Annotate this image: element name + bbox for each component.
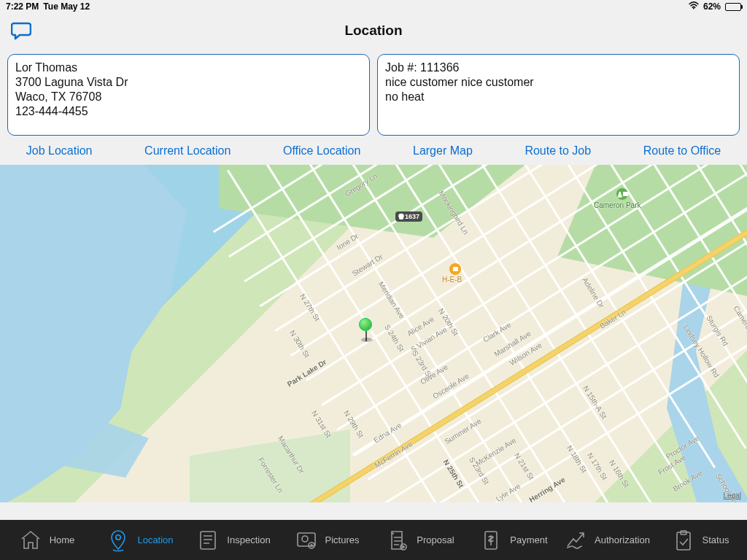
poi-park-label: Cameron Park (594, 201, 640, 209)
street-label: N 21st St (513, 451, 535, 481)
wifi-icon (689, 1, 699, 12)
tab-label: Location (137, 534, 173, 545)
map-pin[interactable] (359, 318, 374, 340)
tab-label: Status (703, 534, 729, 545)
home-icon (19, 529, 42, 552)
authorization-icon (564, 529, 587, 552)
map-legal-link[interactable]: Legal (724, 491, 741, 499)
svg-point-0 (693, 8, 694, 9)
map-view[interactable]: 1637 H-E-B Cameron Park Park Lake Dr Gre… (0, 165, 747, 502)
chat-button[interactable] (10, 20, 32, 41)
larger-map-link[interactable]: Larger Map (413, 144, 473, 158)
tab-location[interactable]: Location (93, 520, 187, 560)
poi-heb-icon[interactable] (449, 263, 461, 275)
job-number: Job #: 111366 (385, 61, 732, 75)
page-title: Location (344, 23, 402, 39)
nav-header: Location (0, 13, 747, 48)
svg-point-4 (302, 536, 308, 542)
status-bar: 7:22 PM Tue May 12 62% (0, 0, 747, 13)
tab-label: Pictures (325, 534, 360, 545)
battery-icon (725, 3, 741, 11)
customer-phone: 123-444-4455 (15, 104, 362, 119)
svg-rect-3 (298, 533, 315, 546)
tab-payment[interactable]: Payment (467, 520, 560, 560)
street-label: N 18th St (565, 444, 588, 474)
tab-label: Home (50, 534, 75, 545)
job-location-link[interactable]: Job Location (26, 144, 93, 158)
customer-street: 3700 Laguna Vista Dr (15, 75, 362, 90)
tab-home[interactable]: Home (0, 520, 93, 560)
route-to-office-link[interactable]: Route to Office (643, 144, 721, 158)
job-note-2: no heat (385, 90, 732, 104)
bottom-tab-bar: Home Location Inspection Pictures Propos… (0, 520, 747, 560)
info-cards-row: Lor Thomas 3700 Laguna Vista Dr Waco, TX… (0, 48, 747, 140)
battery-percent: 62% (703, 1, 721, 12)
map-actions-row: Job Location Current Location Office Loc… (0, 140, 747, 165)
tab-pictures[interactable]: Pictures (280, 520, 374, 560)
customer-card[interactable]: Lor Thomas 3700 Laguna Vista Dr Waco, TX… (7, 54, 370, 136)
highway-shield: 1637 (395, 211, 422, 222)
status-icon (672, 529, 695, 552)
route-to-job-link[interactable]: Route to Job (525, 144, 591, 158)
pictures-icon (295, 529, 318, 552)
job-note-1: nice customer nice customer (385, 75, 732, 90)
inspection-icon (196, 529, 220, 552)
tab-inspection[interactable]: Inspection (187, 520, 280, 560)
job-card[interactable]: Job #: 111366 nice customer nice custome… (377, 54, 740, 136)
tab-label: Proposal (417, 534, 454, 545)
tab-label: Payment (510, 534, 547, 545)
payment-icon (479, 529, 503, 552)
tab-label: Inspection (227, 534, 270, 545)
svg-point-1 (116, 534, 120, 539)
status-time: 7:22 PM (6, 1, 39, 12)
poi-park-icon[interactable] (616, 188, 628, 200)
tab-status[interactable]: Status (654, 520, 747, 560)
poi-heb-label: H-E-B (442, 276, 462, 284)
tab-label: Authorization (595, 534, 650, 545)
office-location-link[interactable]: Office Location (283, 144, 360, 158)
street-label: Sturgis Rd (705, 314, 729, 347)
tab-proposal[interactable]: Proposal (374, 520, 467, 560)
tab-authorization[interactable]: Authorization (560, 520, 654, 560)
customer-name: Lor Thomas (15, 61, 362, 75)
proposal-icon (386, 529, 409, 552)
status-date: Tue May 12 (43, 1, 90, 12)
street-label: N 17th St (586, 451, 608, 481)
svg-rect-2 (201, 532, 215, 549)
location-pin-icon (107, 529, 130, 552)
customer-city-state-zip: Waco, TX 76708 (15, 90, 362, 104)
current-location-link[interactable]: Current Location (144, 144, 231, 158)
